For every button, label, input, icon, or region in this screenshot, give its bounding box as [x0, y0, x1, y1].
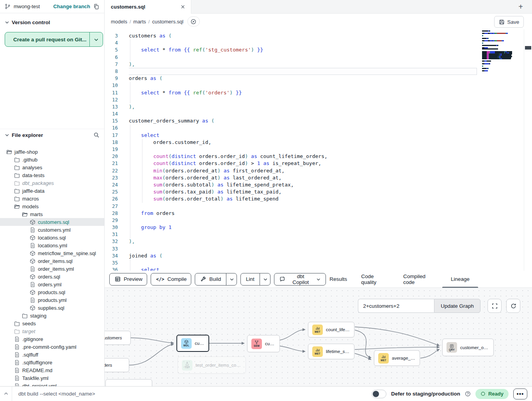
close-icon[interactable] — [180, 4, 185, 9]
lineage-node-orders[interactable]: orders — [105, 358, 129, 372]
lineage-toolbar: Update Graph — [358, 299, 520, 313]
model-icon — [30, 289, 36, 295]
code-icon: </> — [156, 277, 164, 282]
file-tree-item-orders-yml[interactable]: orders.yml — [0, 280, 104, 288]
refresh-button[interactable] — [506, 299, 520, 313]
compile-button[interactable]: </> Compile — [151, 273, 191, 286]
lineage-node-count_lifetime_orders[interactable]: METcount_lifetime_orders — [308, 322, 354, 337]
file-tree-item-products-sql[interactable]: products.sql — [0, 288, 104, 296]
file-tree-item--sqlfluffignore[interactable]: .sqlfluffignore — [0, 358, 104, 366]
lineage-node-test_bools[interactable]: TSTtest_order_items_compute_to_bools... — [178, 357, 246, 374]
branch-row: mwong-test Change branch — [0, 0, 104, 13]
file-tree-item-target[interactable]: target — [0, 327, 104, 335]
more-options-button[interactable]: ••• — [513, 389, 527, 399]
version-control-title: Version control — [12, 20, 50, 25]
file-icon — [30, 282, 36, 287]
lineage-selector-input[interactable] — [358, 299, 434, 313]
table-icon — [115, 276, 121, 282]
chevron-down-icon — [263, 277, 268, 282]
file-tree-item-customers-sql[interactable]: customers.sql — [0, 218, 104, 226]
file-tree-item-metricflow-time-spine-sql[interactable]: metricflow_time_spine.sql — [0, 249, 104, 257]
lint-caret-button[interactable] — [260, 273, 270, 285]
file-tree-item-Taskfile-yml[interactable]: Taskfile.yml — [0, 374, 104, 382]
model-icon — [30, 219, 36, 225]
folder-icon — [22, 313, 28, 319]
file-tree-item--sqlfluff[interactable]: .sqlfluff — [0, 351, 104, 358]
tab-customers-sql[interactable]: customers.sql — [105, 0, 191, 14]
save-label: Save — [507, 19, 520, 25]
file-tree-item-products-yml[interactable]: products.yml — [0, 296, 104, 304]
new-tab-button[interactable]: + — [516, 2, 526, 12]
breadcrumb-models[interactable]: models — [111, 19, 127, 25]
folder-icon — [14, 196, 20, 202]
file-tree-item-dbt-packages[interactable]: dbt_packages — [0, 179, 104, 187]
file-explorer-header[interactable]: File explorer — [0, 129, 104, 141]
file-tree-item-staging[interactable]: staging — [0, 312, 104, 319]
lineage-node-average_order_value[interactable]: METaverage_order_value — [374, 350, 420, 366]
file-tree-item-dbt-project-yml[interactable]: dbt_project.yml — [0, 382, 104, 386]
file-tree-item-order-items-sql[interactable]: order_items.sql — [0, 257, 104, 265]
save-button[interactable]: Save — [494, 16, 524, 28]
status-bar: dbt build --select <model_name> Defer to… — [0, 386, 532, 401]
change-branch-link[interactable]: Change branch — [53, 4, 90, 9]
tab-lineage[interactable]: Lineage — [451, 271, 470, 288]
file-tree-item--pre-commit-config-yaml[interactable]: .pre-commit-config.yaml — [0, 343, 104, 351]
fullscreen-button[interactable] — [488, 299, 502, 313]
build-button[interactable]: Build — [195, 273, 237, 286]
file-tree-item-order-items-yml[interactable]: order_items.yml — [0, 265, 104, 273]
preview-button[interactable]: Preview — [109, 273, 147, 286]
tst-badge: TST — [182, 360, 192, 371]
minimap[interactable]: customers as ( select * from {{ ref('stg… — [482, 30, 512, 105]
copy-icon[interactable] — [93, 4, 100, 10]
tab-compiled-code[interactable]: Compiled code — [403, 271, 437, 288]
file-tree-item-data-tests[interactable]: data-tests — [0, 171, 104, 179]
update-graph-button[interactable]: Update Graph — [434, 299, 480, 313]
defer-toggle[interactable] — [372, 390, 386, 398]
version-control-header[interactable]: Version control — [5, 17, 100, 27]
breadcrumb-file[interactable]: customers.sql — [152, 19, 183, 25]
scrollbar-thumb[interactable] — [525, 46, 531, 50]
file-tree-item-models[interactable]: models — [0, 202, 104, 210]
search-icon[interactable] — [93, 132, 100, 138]
file-tree-item-jaffle-data[interactable]: jaffle-data — [0, 187, 104, 195]
create-pr-button[interactable]: Create a pull request on Git... — [5, 32, 103, 47]
file-tree-item-locations-yml[interactable]: locations.yml — [0, 241, 104, 249]
file-tree-item-marts[interactable]: marts — [0, 210, 104, 218]
file-tree-item-README-md[interactable]: README.md — [0, 366, 104, 374]
file-tree-item-seeds[interactable]: seeds — [0, 319, 104, 327]
build-caret-button[interactable] — [226, 273, 237, 285]
chevron-down-icon — [230, 277, 234, 282]
file-tree-item-jaffle-shop[interactable]: jaffle-shop — [0, 148, 104, 156]
lineage-compass-button[interactable] — [187, 16, 200, 27]
folder-icon — [14, 321, 20, 326]
scrollbar-track — [524, 29, 524, 271]
model-icon — [30, 250, 36, 256]
file-icon — [14, 383, 20, 387]
file-tree-item-macros[interactable]: macros — [0, 195, 104, 202]
code-editor[interactable]: 3456789101112131415161718192021222324252… — [105, 29, 532, 271]
create-pr-caret-button[interactable] — [89, 32, 103, 46]
folder-open-icon — [14, 204, 20, 209]
expand-command-bar-button[interactable] — [0, 391, 12, 396]
help-icon[interactable] — [465, 391, 471, 397]
tab-code-quality[interactable]: Code quality — [361, 271, 389, 288]
lineage-node-lifetime_spend_pretax[interactable]: METlifetime_spend_pretax — [308, 344, 354, 359]
dbt-copilot-button[interactable]: dbt Copilot — [274, 273, 326, 286]
command-input[interactable]: dbt build --select <model_name> — [18, 391, 95, 397]
folder-icon — [14, 180, 20, 186]
lineage-node-partial_node[interactable] — [105, 379, 152, 386]
lint-button[interactable]: Lint — [240, 273, 270, 286]
breadcrumb-marts[interactable]: marts — [133, 19, 146, 25]
file-tree-item-locations-sql[interactable]: locations.sql — [0, 234, 104, 241]
lineage-node-customers_sem[interactable]: SEMcustomers — [247, 335, 280, 352]
lineage-node-customers_mdl[interactable]: MDLcustomers — [176, 335, 209, 352]
tab-results[interactable]: Results — [329, 271, 347, 288]
file-tree-item-supplies-sql[interactable]: supplies.sql — [0, 304, 104, 312]
file-tree-item--github[interactable]: .github — [0, 156, 104, 163]
lineage-node-customer_order_metrics[interactable]: QRYcustomer_order_metrics — [442, 339, 494, 356]
file-tree-item-analyses[interactable]: analyses — [0, 163, 104, 171]
file-tree-item--gitignore[interactable]: .gitignore — [0, 335, 104, 343]
file-tree-item-customers-yml[interactable]: customers.yml — [0, 226, 104, 234]
file-tree-item-orders-sql[interactable]: orders.sql — [0, 273, 104, 280]
lineage-node-stg_customers[interactable]: stg_customers — [105, 331, 131, 345]
